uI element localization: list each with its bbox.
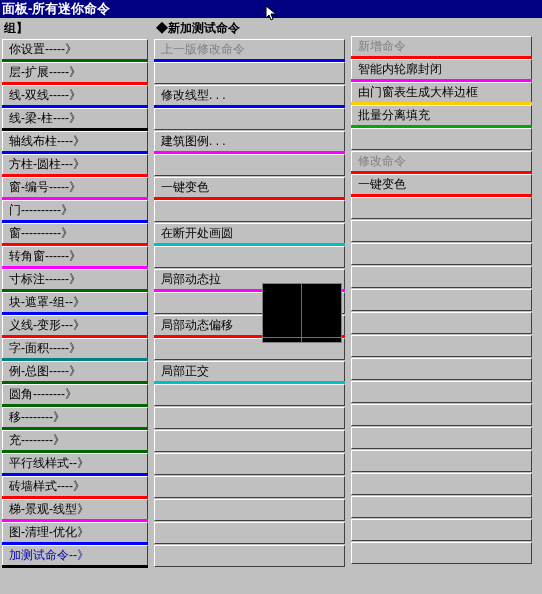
mid-item-17[interactable] [154, 430, 345, 452]
right-item-0[interactable]: 新增命令 [351, 36, 532, 58]
mid-underline-22 [154, 565, 345, 568]
left-header: 组】 [2, 18, 148, 39]
right-item-16[interactable] [351, 404, 532, 426]
left-column: 组】 你设置-----》层-扩展-----》线-双线-----》线-梁-柱---… [0, 18, 150, 594]
right-item-14[interactable] [351, 358, 532, 380]
right-item-1[interactable]: 智能内轮廓封闭 [351, 59, 532, 81]
preview-crosshair-h [263, 337, 341, 338]
right-item-15[interactable] [351, 381, 532, 403]
right-item-19[interactable] [351, 473, 532, 495]
right-item-6[interactable]: 一键变色 [351, 174, 532, 196]
right-item-8[interactable] [351, 220, 532, 242]
mid-item-0[interactable]: 上一版修改命令 [154, 39, 345, 61]
left-item-22[interactable]: 加测试命令--》 [2, 545, 148, 567]
left-item-6[interactable]: 窗-编号-----》 [2, 177, 148, 199]
right-item-22[interactable] [351, 542, 532, 564]
right-item-21[interactable] [351, 519, 532, 541]
mid-item-8[interactable]: 在断开处画圆 [154, 223, 345, 245]
mid-header: ◆新加测试命令 [154, 18, 345, 39]
right-item-18[interactable] [351, 450, 532, 472]
left-item-3[interactable]: 线-梁-柱----》 [2, 108, 148, 130]
left-item-11[interactable]: 块-遮罩-组--》 [2, 292, 148, 314]
right-item-2[interactable]: 由门窗表生成大样边框 [351, 82, 532, 104]
left-item-17[interactable]: 充--------》 [2, 430, 148, 452]
right-item-3[interactable]: 批量分离填充 [351, 105, 532, 127]
mid-item-14[interactable]: 局部正交 [154, 361, 345, 383]
left-item-7[interactable]: 门----------》 [2, 200, 148, 222]
left-item-0[interactable]: 你设置-----》 [2, 39, 148, 61]
right-item-13[interactable] [351, 335, 532, 357]
left-item-16[interactable]: 移--------》 [2, 407, 148, 429]
mid-item-22[interactable] [154, 545, 345, 567]
left-item-4[interactable]: 轴线布柱----》 [2, 131, 148, 153]
left-item-10[interactable]: 寸标注------》 [2, 269, 148, 291]
left-item-14[interactable]: 例-总图-----》 [2, 361, 148, 383]
left-item-18[interactable]: 平行线样式--》 [2, 453, 148, 475]
mid-item-20[interactable] [154, 499, 345, 521]
right-item-5[interactable]: 修改命令 [351, 151, 532, 173]
mid-item-19[interactable] [154, 476, 345, 498]
mid-item-21[interactable] [154, 522, 345, 544]
preview-thumbnail [262, 283, 342, 343]
mid-item-1[interactable] [154, 62, 345, 84]
mid-item-18[interactable] [154, 453, 345, 475]
window-title: 面板-所有迷你命令 [0, 0, 542, 18]
mid-item-16[interactable] [154, 407, 345, 429]
left-item-21[interactable]: 图-清理-优化》 [2, 522, 148, 544]
right-item-20[interactable] [351, 496, 532, 518]
left-item-15[interactable]: 圆角--------》 [2, 384, 148, 406]
left-item-13[interactable]: 字-面积-----》 [2, 338, 148, 360]
left-item-5[interactable]: 方柱-圆柱---》 [2, 154, 148, 176]
mid-item-7[interactable] [154, 200, 345, 222]
mid-item-6[interactable]: 一键变色 [154, 177, 345, 199]
right-item-12[interactable] [351, 312, 532, 334]
mid-item-3[interactable] [154, 108, 345, 130]
left-item-20[interactable]: 梯-景观-线型》 [2, 499, 148, 521]
mid-item-9[interactable] [154, 246, 345, 268]
right-underline-22 [351, 562, 532, 565]
right-item-7[interactable] [351, 197, 532, 219]
right-column: 新增命令智能内轮廓封闭由门窗表生成大样边框批量分离填充 修改命令一键变色 [349, 18, 534, 594]
right-item-10[interactable] [351, 266, 532, 288]
preview-crosshair-v [301, 284, 302, 342]
right-item-4[interactable] [351, 128, 532, 150]
right-item-17[interactable] [351, 427, 532, 449]
left-item-12[interactable]: 义线-变形---》 [2, 315, 148, 337]
mid-item-5[interactable] [154, 154, 345, 176]
right-item-11[interactable] [351, 289, 532, 311]
mid-item-4[interactable]: 建筑图例. . . [154, 131, 345, 153]
left-item-19[interactable]: 砖墙样式----》 [2, 476, 148, 498]
left-item-2[interactable]: 线-双线-----》 [2, 85, 148, 107]
right-spacer [351, 18, 532, 36]
right-item-9[interactable] [351, 243, 532, 265]
mid-item-15[interactable] [154, 384, 345, 406]
left-item-1[interactable]: 层-扩展-----》 [2, 62, 148, 84]
left-underline-22 [2, 565, 148, 568]
mid-item-2[interactable]: 修改线型. . . [154, 85, 345, 107]
left-item-9[interactable]: 转角窗------》 [2, 246, 148, 268]
left-item-8[interactable]: 窗----------》 [2, 223, 148, 245]
